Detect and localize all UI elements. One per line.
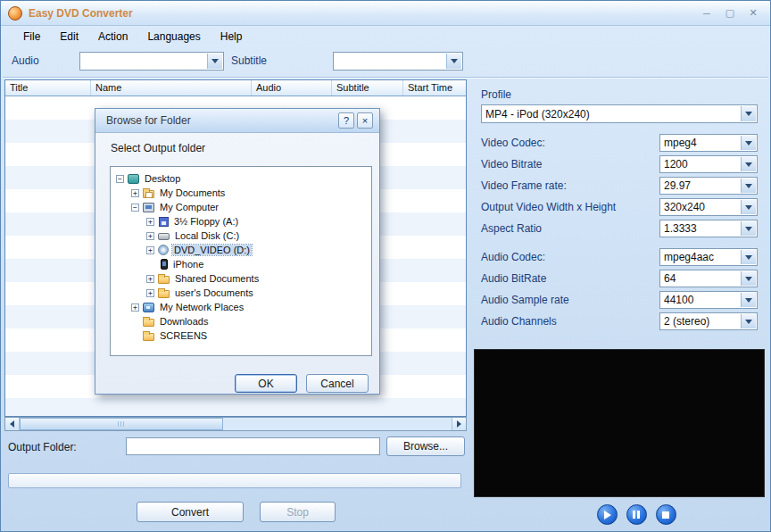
chevron-down-icon[interactable] <box>741 136 756 150</box>
title-bar[interactable]: Easy DVD Converter ─ ▢ ✕ <box>1 1 770 26</box>
column-header-title[interactable]: Title <box>5 80 91 96</box>
dialog-title: Browse for Folder <box>106 114 191 127</box>
dialog-controls: ? × <box>338 112 373 129</box>
folder-tree[interactable]: −Desktop+My Documents−My Computer+3½ Flo… <box>110 166 372 356</box>
play-button[interactable] <box>597 504 618 525</box>
tree-item-label: Desktop <box>143 173 182 184</box>
expand-icon[interactable]: + <box>131 303 139 312</box>
ok-button[interactable]: OK <box>235 374 297 393</box>
scroll-left-icon[interactable] <box>5 418 20 430</box>
pause-button[interactable] <box>626 504 647 525</box>
menu-file[interactable]: File <box>13 27 50 46</box>
chevron-down-icon[interactable] <box>741 157 756 171</box>
folder-icon <box>143 333 154 341</box>
column-header-subtitle[interactable]: Subtitle <box>332 80 403 96</box>
close-icon[interactable]: ✕ <box>743 5 763 21</box>
scroll-right-icon[interactable] <box>452 418 466 430</box>
expand-icon[interactable]: + <box>146 289 154 297</box>
tree-item-label: SCREENS <box>158 330 209 341</box>
expand-icon[interactable]: + <box>146 232 154 240</box>
tree-item-screens[interactable]: SCREENS <box>111 328 371 343</box>
setting-select-audio_channels[interactable]: 2 (stereo) <box>659 312 758 330</box>
expand-icon[interactable]: + <box>146 246 154 254</box>
setting-select-video_frame_rate[interactable]: 29.97 <box>659 177 758 195</box>
stop-button: Stop <box>260 502 336 522</box>
column-header-start-time[interactable]: Start Time <box>403 80 466 96</box>
expand-icon[interactable]: + <box>146 218 154 226</box>
chevron-down-icon[interactable] <box>741 221 756 236</box>
dialog-title-bar[interactable]: Browse for Folder ? × <box>95 109 379 133</box>
setting-select-video_bitrate[interactable]: 1200 <box>659 155 758 173</box>
tree-item-my-documents[interactable]: +My Documents <box>111 186 371 200</box>
tree-item-my-network-places[interactable]: +My Network Places <box>111 300 371 314</box>
cancel-button[interactable]: Cancel <box>306 374 369 393</box>
toolbar-separator <box>3 77 768 79</box>
horizontal-scrollbar[interactable] <box>4 417 467 431</box>
setting-select-aspect_ratio[interactable]: 1.3333 <box>659 220 758 237</box>
collapse-icon[interactable]: − <box>131 204 139 212</box>
chevron-down-icon[interactable] <box>446 54 461 69</box>
docs-icon <box>143 190 154 198</box>
chevron-down-icon[interactable] <box>741 200 756 214</box>
column-header-name[interactable]: Name <box>91 80 252 96</box>
expand-icon[interactable]: + <box>146 275 154 283</box>
chevron-down-icon[interactable] <box>741 250 756 264</box>
expand-spacer <box>131 318 139 326</box>
menu-languages[interactable]: Languages <box>137 27 210 46</box>
output-folder-input[interactable] <box>126 437 380 455</box>
help-icon[interactable]: ? <box>338 112 354 129</box>
profile-select[interactable]: MP4 - iPod (320x240) <box>481 104 758 123</box>
setting-label-video_frame_rate: Video Frame rate: <box>481 179 567 192</box>
column-header-audio[interactable]: Audio <box>252 80 332 96</box>
tree-item-local-disk-c[interactable]: +Local Disk (C:) <box>111 229 371 243</box>
tree-item-desktop[interactable]: −Desktop <box>111 171 371 186</box>
scrollbar-track[interactable] <box>20 418 452 430</box>
stop-playback-button[interactable] <box>656 504 676 525</box>
tree-item-my-computer[interactable]: −My Computer <box>111 200 371 214</box>
convert-button[interactable]: Convert <box>137 502 244 522</box>
tree-item-3-floppy-a[interactable]: +3½ Floppy (A:) <box>111 214 371 229</box>
setting-label-audio_sample_rate: Audio Sample rate <box>481 294 569 306</box>
folder-icon <box>158 276 170 284</box>
setting-select-audio_bitrate[interactable]: 64 <box>659 270 758 287</box>
settings-fields: Video Codec:mpeg4Video Bitrate1200Video … <box>474 133 765 333</box>
setting-select-audio_codec[interactable]: mpeg4aac <box>659 248 758 266</box>
tree-item-iphone[interactable]: iPhone <box>111 257 371 271</box>
expand-spacer <box>146 261 154 269</box>
setting-label-audio_codec: Audio Codec: <box>481 251 545 263</box>
setting-label-video_bitrate: Video Bitrate <box>481 158 543 170</box>
minimize-icon[interactable]: ─ <box>697 5 717 21</box>
setting-select-audio_sample_rate[interactable]: 44100 <box>659 291 758 309</box>
setting-select-video_codec[interactable]: mpeg4 <box>659 134 758 152</box>
setting-row-audio_codec: Audio Codec:mpeg4aac <box>474 247 765 269</box>
chevron-down-icon[interactable] <box>207 54 222 69</box>
audio-select[interactable] <box>79 52 224 71</box>
menu-edit[interactable]: Edit <box>50 27 88 46</box>
setting-row-video_codec: Video Codec:mpeg4 <box>474 133 765 154</box>
chevron-down-icon[interactable] <box>741 314 756 328</box>
setting-label-aspect_ratio: Aspect Ratio <box>481 222 542 235</box>
maximize-icon[interactable]: ▢ <box>720 5 740 21</box>
chevron-down-icon[interactable] <box>741 271 756 286</box>
scrollbar-thumb[interactable] <box>20 418 223 430</box>
tree-item-label: user's Documents <box>173 287 255 298</box>
browse-button[interactable]: Browse... <box>386 436 465 456</box>
tree-item-user-s-documents[interactable]: +user's Documents <box>111 286 371 300</box>
menu-help[interactable]: Help <box>211 27 253 46</box>
collapse-icon[interactable]: − <box>116 175 124 183</box>
tree-item-label: Shared Documents <box>173 273 261 284</box>
tree-item-dvd-video-d[interactable]: +DVD_VIDEO (D:) <box>111 243 371 257</box>
tree-item-downloads[interactable]: Downloads <box>111 314 371 328</box>
tree-item-shared-documents[interactable]: +Shared Documents <box>111 271 371 286</box>
setting-label-audio_channels: Audio Channels <box>481 315 557 328</box>
audio-label: Audio <box>12 54 39 67</box>
setting-select-output_size[interactable]: 320x240 <box>659 198 758 216</box>
chevron-down-icon[interactable] <box>741 179 756 193</box>
dialog-close-icon[interactable]: × <box>357 112 373 129</box>
menu-action[interactable]: Action <box>88 27 137 46</box>
disk-icon <box>158 233 170 240</box>
chevron-down-icon[interactable] <box>741 293 756 307</box>
chevron-down-icon[interactable] <box>741 106 756 121</box>
expand-icon[interactable]: + <box>131 189 139 197</box>
subtitle-select[interactable] <box>333 52 463 71</box>
